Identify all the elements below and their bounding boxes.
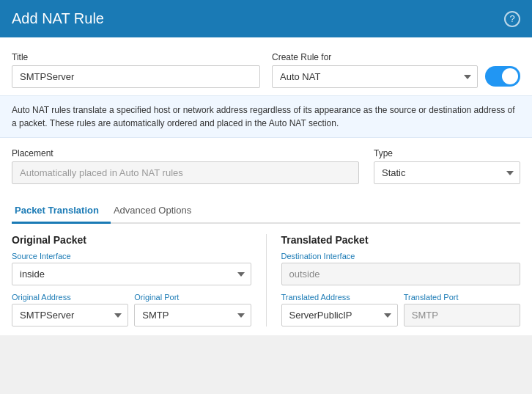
translated-port-field: Translated Port: [404, 293, 520, 326]
source-interface-label: Source Interface: [12, 252, 251, 260]
dialog-header: Add NAT Rule ?: [0, 0, 532, 37]
create-rule-select[interactable]: Auto NAT Manual NAT: [272, 65, 478, 88]
tab-packet-translation[interactable]: Packet Translation: [12, 199, 111, 224]
title-label: Title: [12, 52, 260, 62]
packet-translation-section: Original Packet Source Interface inside …: [12, 234, 520, 326]
translated-address-port-row: Translated Address ServerPublicIP Transl…: [281, 293, 521, 326]
original-port-field: Original Port SMTP: [134, 293, 251, 326]
enable-toggle[interactable]: [485, 66, 520, 87]
dialog-title: Add NAT Rule: [12, 10, 104, 27]
type-label: Type: [374, 148, 520, 158]
translated-address-select[interactable]: ServerPublicIP: [281, 304, 398, 326]
translated-packet-title: Translated Packet: [281, 234, 521, 246]
source-interface-select[interactable]: inside: [12, 263, 251, 285]
original-packet-col: Original Packet Source Interface inside …: [12, 234, 251, 326]
create-rule-label: Create Rule for: [272, 52, 520, 62]
original-port-select[interactable]: SMTP: [134, 304, 251, 326]
source-interface-field: Source Interface inside: [12, 252, 251, 285]
dest-interface-input: [281, 263, 521, 285]
original-address-port-row: Original Address SMTPServer Original Por…: [12, 293, 251, 326]
dest-interface-field: Destination Interface: [281, 252, 521, 285]
help-icon[interactable]: ?: [504, 11, 520, 27]
original-address-label: Original Address: [12, 293, 128, 302]
translated-address-field: Translated Address ServerPublicIP: [281, 293, 398, 326]
original-address-field: Original Address SMTPServer: [12, 293, 128, 326]
original-address-select[interactable]: SMTPServer: [12, 304, 128, 326]
info-text: Auto NAT rules translate a specified hos…: [0, 95, 532, 138]
dest-interface-label: Destination Interface: [281, 252, 521, 260]
translated-port-input: [404, 304, 520, 326]
original-packet-title: Original Packet: [12, 234, 251, 246]
translated-address-label: Translated Address: [281, 293, 398, 302]
original-port-label: Original Port: [134, 293, 251, 302]
placement-label: Placement: [12, 148, 359, 158]
title-input[interactable]: [12, 65, 260, 88]
vertical-divider: [266, 234, 267, 326]
tabs-bar: Packet Translation Advanced Options: [12, 199, 520, 224]
tab-advanced-options[interactable]: Advanced Options: [111, 199, 203, 224]
translated-packet-col: Translated Packet Destination Interface …: [281, 234, 521, 326]
type-select[interactable]: Static Dynamic: [374, 161, 520, 184]
placement-input: [12, 161, 359, 184]
translated-port-label: Translated Port: [404, 293, 520, 302]
